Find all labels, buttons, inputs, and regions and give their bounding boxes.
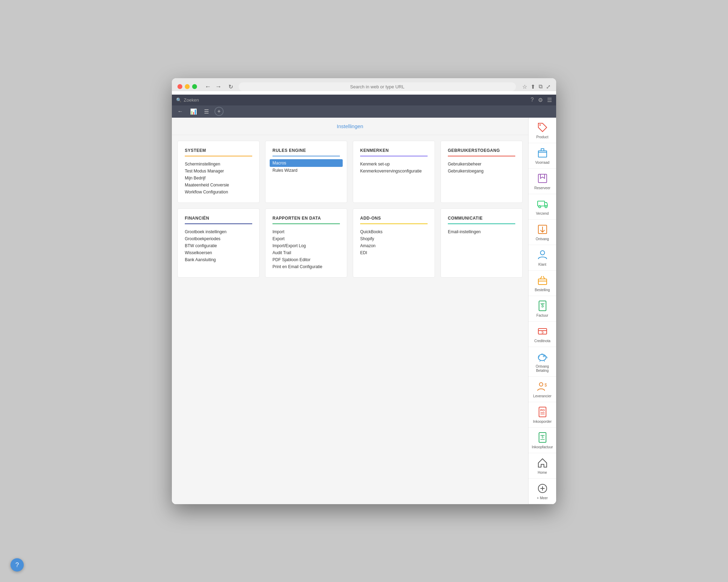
back-nav-button[interactable]: ← xyxy=(176,107,184,116)
link-gebruikerstoegang-link[interactable]: Gebruikerstoegang xyxy=(448,168,515,175)
link-grootboekperiodes[interactable]: Grootboekperiodes xyxy=(185,235,252,242)
sidebar-label-verzend: Verzend xyxy=(536,212,549,216)
sidebar-label-inkoopfactuur: Inkoopfactuur xyxy=(532,445,553,449)
link-rules-wizard[interactable]: Rules Wizard xyxy=(272,167,340,174)
sidebar-item-voorraad[interactable]: Voorraad xyxy=(529,143,556,169)
back-button[interactable]: ← xyxy=(203,82,212,91)
svg-point-7 xyxy=(540,251,545,255)
home-icon xyxy=(536,457,549,469)
svg-text:$: $ xyxy=(544,383,547,388)
link-email-inst[interactable]: Email-instellingen xyxy=(448,228,515,235)
link-pdf-editor[interactable]: PDF Sjabloon Editor xyxy=(272,256,340,263)
settings-grid-row2: FINANCIËNGrootboek instellingenGrootboek… xyxy=(172,208,528,283)
sidebar-label-inkooporder: Inkooporder xyxy=(533,420,552,424)
link-scherminstellingen[interactable]: Scherminstellingen xyxy=(185,161,252,168)
verzend-icon xyxy=(536,198,549,210)
link-import-export-log[interactable]: Import/Export Log xyxy=(272,242,340,249)
link-mijn-bedrijf[interactable]: Mijn Bedrijf xyxy=(185,175,252,182)
link-workflow[interactable]: Workflow Configuration xyxy=(185,189,252,196)
chart-button[interactable]: 📊 xyxy=(189,107,198,116)
product-icon xyxy=(536,121,549,134)
link-test-modus[interactable]: Test Modus Manager xyxy=(185,168,252,175)
section-title-kenmerken: KENMERKEN xyxy=(360,148,428,156)
section-title-addons: ADD-ONS xyxy=(360,216,428,224)
svg-point-0 xyxy=(539,124,541,126)
sidebar-label-creditnota: Creditnota xyxy=(534,339,550,343)
add-button[interactable]: + xyxy=(214,107,224,116)
klant-icon xyxy=(536,249,549,261)
tab-button[interactable]: ⧉ xyxy=(539,83,543,90)
sidebar-label-voorraad: Voorraad xyxy=(535,161,549,165)
section-rules-engine: RULES ENGINEMacrosRules Wizard xyxy=(265,141,347,203)
link-export[interactable]: Export xyxy=(272,235,340,242)
sidebar-item-verzend[interactable]: Verzend xyxy=(529,194,556,220)
sidebar-label-ontvang: Ontvang xyxy=(536,237,549,241)
svg-point-5 xyxy=(545,206,547,208)
link-print-email[interactable]: Print en Email Configuratie xyxy=(272,263,340,270)
maximize-button[interactable] xyxy=(192,84,197,89)
share-button[interactable]: ⬆ xyxy=(531,83,535,90)
list-button[interactable]: ☰ xyxy=(203,107,210,116)
help-button[interactable]: ? xyxy=(10,558,24,572)
ontvang-betaling-icon xyxy=(536,351,549,363)
forward-button[interactable]: → xyxy=(214,82,223,91)
section-title-communicatie: COMMUNICATIE xyxy=(448,216,515,224)
bookmark-button[interactable]: ☆ xyxy=(522,83,527,90)
reload-button[interactable]: ↻ xyxy=(226,83,235,91)
link-audit-trail[interactable]: Audit Trail xyxy=(272,249,340,256)
settings-icon[interactable]: ⚙ xyxy=(538,97,543,103)
help-icon[interactable]: ? xyxy=(531,97,534,103)
link-kenmerkoverv[interactable]: Kenmerkoverrervingsconfiguratie xyxy=(360,168,428,175)
sidebar-item-klant[interactable]: Klant xyxy=(529,245,556,271)
sidebar-item-bestelling[interactable]: Bestelling xyxy=(529,271,556,296)
sidebar-item-inkoopfactuur[interactable]: $Inkoopfactuur xyxy=(529,428,556,453)
link-macros[interactable]: Macros xyxy=(270,159,343,167)
sidebar-item-leverancier[interactable]: $Leverancier xyxy=(529,377,556,402)
settings-grid-row1: SYSTEEMScherminstellingenTest Modus Mana… xyxy=(172,135,528,208)
sidebar-item-creditnota[interactable]: $Creditnota xyxy=(529,322,556,347)
sidebar-item-product[interactable]: Product xyxy=(529,118,556,143)
link-kenmerk-setup[interactable]: Kenmerk set-up xyxy=(360,161,428,168)
link-gebruikersbeheer[interactable]: Gebruikersbeheer xyxy=(448,161,515,168)
page-title: Instellingen xyxy=(172,118,528,135)
section-title-rapporten: RAPPORTEN EN DATA xyxy=(272,216,340,224)
section-title-rules-engine: RULES ENGINE xyxy=(272,148,340,156)
sidebar-label-reserveer: Reserveer xyxy=(534,186,550,190)
voorraad-icon xyxy=(536,147,549,159)
bestelling-icon xyxy=(536,274,549,287)
sidebar-item-meer[interactable]: + Meer xyxy=(529,479,556,504)
link-amazon[interactable]: Amazon xyxy=(360,242,428,249)
minimize-button[interactable] xyxy=(185,84,190,89)
link-grootboek-inst[interactable]: Grootboek instellingen xyxy=(185,228,252,235)
section-addons: ADD-ONSQuickBooksShopifyAmazonEDI xyxy=(353,208,435,278)
menu-icon[interactable]: ☰ xyxy=(547,97,552,103)
link-btw[interactable]: BTW configuratie xyxy=(185,242,252,249)
link-import[interactable]: Import xyxy=(272,228,340,235)
sidebar-item-inkooporder[interactable]: POInkooporder xyxy=(529,402,556,428)
fullscreen-button[interactable]: ⤢ xyxy=(546,83,551,90)
link-bank[interactable]: Bank Aansluiting xyxy=(185,256,252,263)
svg-rect-3 xyxy=(538,201,545,206)
sidebar-item-home[interactable]: Home xyxy=(529,453,556,479)
sidebar-item-ontvang[interactable]: Ontvang xyxy=(529,220,556,245)
traffic-lights xyxy=(177,84,197,89)
link-wisselkoersen[interactable]: Wisselkoersen xyxy=(185,249,252,256)
link-quickbooks[interactable]: QuickBooks xyxy=(360,228,428,235)
link-shopify[interactable]: Shopify xyxy=(360,235,428,242)
link-edi[interactable]: EDI xyxy=(360,249,428,256)
inkoopfactuur-icon: $ xyxy=(536,431,549,444)
sidebar-label-home: Home xyxy=(538,471,547,475)
section-systeem: SYSTEEMScherminstellingenTest Modus Mana… xyxy=(177,141,260,203)
sidebar-label-bestelling: Bestelling xyxy=(535,288,550,292)
sidebar-item-ontvang-betaling[interactable]: Ontvang Betaling xyxy=(529,347,556,377)
sidebar-item-factuur[interactable]: $Factuur xyxy=(529,296,556,322)
svg-rect-8 xyxy=(538,279,547,285)
link-maateenheid[interactable]: Maateenheid Conversie xyxy=(185,182,252,189)
ontvang-icon xyxy=(536,223,549,236)
svg-text:PO: PO xyxy=(540,408,545,412)
svg-rect-1 xyxy=(538,151,547,157)
sidebar-item-reserveer[interactable]: Reserveer xyxy=(529,169,556,194)
close-button[interactable] xyxy=(177,84,182,89)
svg-point-4 xyxy=(539,206,541,208)
url-bar[interactable] xyxy=(239,82,516,91)
